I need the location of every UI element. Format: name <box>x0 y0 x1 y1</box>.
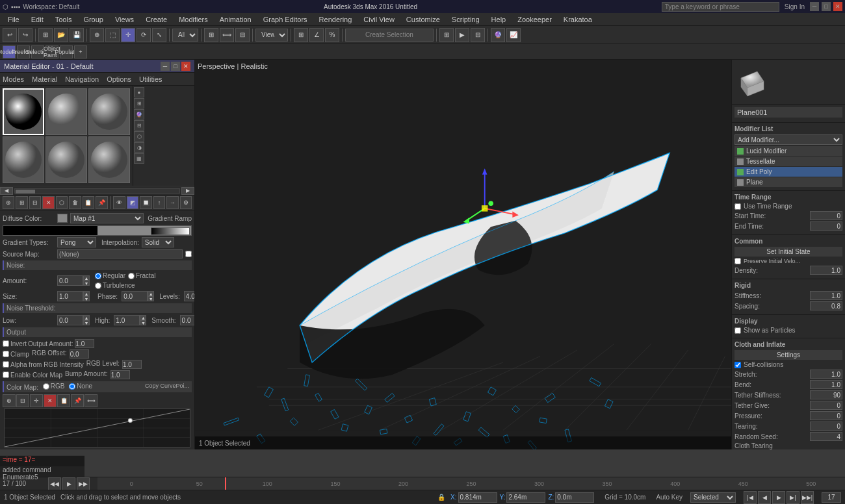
modifier-tessellate[interactable]: Tessellate <box>734 157 842 166</box>
z-input[interactable] <box>555 492 594 503</box>
snap-btn[interactable]: ⊞ <box>294 28 308 42</box>
cm-copy-btn[interactable]: 📋 <box>57 394 70 407</box>
diffuse-color-swatch[interactable] <box>57 214 68 223</box>
low-up[interactable]: ▲ <box>83 315 90 320</box>
open-btn[interactable]: 📂 <box>54 28 68 42</box>
mat-put-dup-btn[interactable]: ⊟ <box>29 196 41 209</box>
viewport[interactable]: Perspective | Realistic <box>195 60 731 449</box>
high-dn[interactable]: ▼ <box>140 320 146 325</box>
modifier-edit-poly[interactable]: Edit Poly <box>734 167 842 177</box>
bend-input[interactable] <box>810 380 842 389</box>
output-amount-input[interactable] <box>75 339 94 348</box>
noise-amount-input[interactable] <box>57 275 83 286</box>
maximize-btn[interactable]: □ <box>822 2 831 11</box>
scroll-right-btn[interactable]: ▶ <box>181 187 194 195</box>
menu-tools[interactable]: Tools <box>50 14 77 25</box>
smooth-input[interactable] <box>180 315 194 325</box>
material-editor-btn[interactable]: 🔮 <box>491 28 505 42</box>
save-btn[interactable]: 💾 <box>70 28 84 42</box>
mat-icon-1[interactable]: ● <box>134 87 144 97</box>
close-btn[interactable]: ✕ <box>833 2 842 11</box>
cm-paste-btn[interactable]: 📌 <box>71 394 84 407</box>
mat-show-map-btn[interactable]: 👁 <box>113 196 125 209</box>
stiffness-input[interactable] <box>810 291 842 300</box>
goto-end-btn[interactable]: ▶▶| <box>801 491 814 504</box>
menu-civil-view[interactable]: Civil View <box>358 14 399 25</box>
cm-add-btn[interactable]: ⊕ <box>3 394 16 407</box>
render-frame-btn[interactable]: ⊟ <box>471 28 485 42</box>
invert-cb[interactable] <box>3 340 9 347</box>
tab-selection[interactable]: Selection <box>31 45 44 58</box>
undo-btn[interactable]: ↩ <box>3 28 17 42</box>
mat-sphere-3[interactable] <box>88 88 130 135</box>
play-btn[interactable]: ▶ <box>772 491 785 504</box>
modifier-select[interactable]: Add Modifier... <box>734 134 842 145</box>
alpha-rgb-cb[interactable] <box>3 361 9 368</box>
mode-dropdown[interactable]: All <box>172 29 198 42</box>
mat-icon-3[interactable]: 🔮 <box>134 109 144 120</box>
angle-snap-btn[interactable]: ∠ <box>309 28 324 42</box>
tether-stiffness-input[interactable] <box>810 390 842 399</box>
select-region-btn[interactable]: ⬚ <box>105 28 120 42</box>
scroll-thumb[interactable] <box>16 190 35 194</box>
mat-make-unique-btn[interactable]: ⬡ <box>56 196 68 209</box>
select-btn[interactable]: ⊕ <box>90 28 104 42</box>
mat-go-fwd-btn[interactable]: → <box>166 196 178 209</box>
enable-color-map-cb[interactable] <box>3 372 9 378</box>
noise-phase-dn[interactable]: ▼ <box>148 296 154 301</box>
end-time-input[interactable] <box>810 221 842 231</box>
cloth-settings-btn[interactable]: Settings <box>734 350 842 360</box>
random-seed-input[interactable] <box>810 432 842 441</box>
render-setup-btn[interactable]: ⊞ <box>439 28 454 42</box>
mat-show-bg-btn[interactable]: ◩ <box>127 196 138 209</box>
self-collisions-cb[interactable] <box>734 362 741 368</box>
mat-copy-btn[interactable]: 📋 <box>83 196 94 209</box>
clamp-cb[interactable] <box>3 351 9 357</box>
mat-reset-btn[interactable]: ✕ <box>42 196 54 209</box>
mat-icon-7[interactable]: ▦ <box>134 153 144 164</box>
noise-phase-up[interactable]: ▲ <box>148 291 154 296</box>
menu-animation[interactable]: Animation <box>214 14 257 25</box>
tab-add[interactable]: + <box>74 45 87 58</box>
mat-icon-5[interactable]: ⬡ <box>134 131 144 142</box>
high-input[interactable] <box>114 315 140 325</box>
mat-show-end-result-btn[interactable]: 🔲 <box>140 196 151 209</box>
cm-reset-btn[interactable]: ✕ <box>44 394 57 407</box>
mat-tab-modes[interactable]: Modes <box>3 75 24 83</box>
menu-file[interactable]: File <box>3 14 25 25</box>
pressure-input[interactable] <box>810 411 842 420</box>
tether-give-input[interactable] <box>810 401 842 410</box>
tearing-input[interactable] <box>810 422 842 431</box>
menu-graph-editors[interactable]: Graph Editors <box>258 14 313 25</box>
curve-editor-btn[interactable]: 📈 <box>506 28 521 42</box>
tab-populate[interactable]: Populate <box>60 45 73 58</box>
object-name[interactable]: Plane001 <box>734 107 842 118</box>
align-btn[interactable]: ⊞ <box>204 28 218 42</box>
menu-customize[interactable]: Customize <box>401 14 445 25</box>
rgb-offset-input[interactable] <box>70 349 89 359</box>
menu-krakatoa[interactable]: Krakatoa <box>558 14 597 25</box>
menu-create[interactable]: Create <box>140 14 172 25</box>
noise-size-up[interactable]: ▲ <box>83 291 90 296</box>
modifier-lucid[interactable]: Lucid Modifier <box>734 146 842 156</box>
noise-amount-up[interactable]: ▲ <box>83 275 90 281</box>
cm-move-btn[interactable]: ✛ <box>30 394 43 407</box>
mat-put-btn[interactable]: ⊞ <box>16 196 27 209</box>
rgb-level-input[interactable] <box>122 360 142 369</box>
menu-scripting[interactable]: Scripting <box>447 14 485 25</box>
mat-delete-btn[interactable]: 🗑 <box>69 196 81 209</box>
array-btn[interactable]: ⊟ <box>235 28 250 42</box>
source-map-checkbox[interactable] <box>185 251 192 257</box>
goto-start-btn[interactable]: |◀ <box>744 491 757 504</box>
mat-sphere-2[interactable] <box>46 88 87 135</box>
render-btn[interactable]: ▶ <box>455 28 469 42</box>
mat-editor-maximize[interactable]: □ <box>171 62 180 71</box>
interpolation-select[interactable]: Solid <box>142 237 174 247</box>
mat-tab-navigation[interactable]: Navigation <box>65 75 99 83</box>
none-radio[interactable] <box>69 383 75 390</box>
mat-sphere-4[interactable] <box>3 136 44 183</box>
move-btn[interactable]: ✛ <box>121 28 135 42</box>
mat-icon-6[interactable]: ◑ <box>134 142 144 153</box>
create-selection-btn[interactable]: Create Selection <box>345 29 434 42</box>
view-dropdown[interactable]: View <box>255 29 288 42</box>
